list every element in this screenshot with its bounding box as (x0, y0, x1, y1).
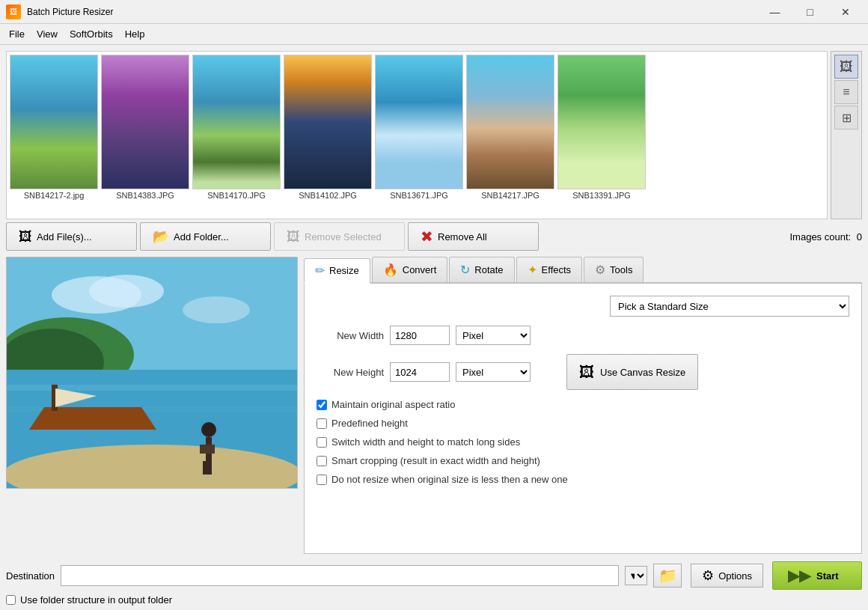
list-item[interactable]: SNB14102.JPG (284, 55, 372, 216)
svg-marker-10 (29, 407, 156, 430)
standard-size-row: Pick a Standard Size (317, 296, 849, 317)
list-item[interactable]: SNB13391.JPG (557, 55, 646, 216)
rotate-tab-label: Rotate (474, 264, 503, 275)
titlebar-controls: — □ ✕ (758, 1, 862, 23)
add-folder-button[interactable]: 📂 Add Folder... (140, 222, 271, 251)
remove-selected-icon: 🖼 (287, 229, 300, 245)
thumbnail-image (101, 55, 189, 189)
canvas-resize-button[interactable]: 🖼 Use Canvas Resize (566, 354, 698, 390)
remove-selected-button[interactable]: 🖼 Remove Selected (274, 222, 405, 251)
switch-wh-checkbox[interactable] (317, 437, 327, 448)
destination-input[interactable] (61, 565, 619, 586)
thumbnail-name: SNB14102.JPG (299, 191, 357, 200)
smart-cropping-checkbox[interactable] (317, 456, 327, 466)
width-unit-select[interactable]: Pixel Percent Inch cm (456, 326, 531, 345)
tab-effects[interactable]: ✦ Effects (516, 257, 583, 282)
start-label: Start (816, 570, 839, 582)
menu-softorbits[interactable]: SoftOrbits (64, 25, 119, 43)
list-item[interactable]: SNB14217-2.jpg (10, 55, 98, 216)
thumbnail-image (375, 55, 463, 189)
switch-wh-row: Switch width and height to match long si… (317, 436, 849, 448)
maintain-ratio-label[interactable]: Maintain original aspect ratio (331, 399, 455, 410)
preview-svg (7, 257, 298, 489)
grid-view-button[interactable]: ⊞ (834, 106, 858, 129)
canvas-resize-icon: 🖼 (579, 364, 594, 381)
tools-tab-label: Tools (610, 264, 632, 275)
height-row: New Height Pixel Percent Inch cm 🖼 Use C… (317, 354, 849, 390)
thumbnail-image (192, 55, 281, 189)
predefined-height-label[interactable]: Predefined height (331, 418, 408, 429)
maximize-button[interactable]: □ (793, 1, 827, 23)
folder-structure-checkbox[interactable] (6, 595, 16, 605)
list-item[interactable]: SNB14217.JPG (466, 55, 554, 216)
svg-rect-7 (7, 385, 298, 391)
list-item[interactable]: SNB14383.JPG (101, 55, 189, 216)
remove-selected-label: Remove Selected (305, 231, 382, 243)
svg-point-2 (89, 275, 164, 308)
height-unit-select[interactable]: Pixel Percent Inch cm (456, 362, 531, 382)
thumbnail-name: SNB14217-2.jpg (24, 191, 85, 200)
thumbnail-view-button[interactable]: 🖼 (834, 55, 858, 79)
resize-tab-content: Pick a Standard Size New Width Pixel Per… (304, 284, 862, 554)
svg-point-13 (201, 422, 216, 437)
thumbnail-name: SNB14217.JPG (481, 191, 540, 200)
menu-help[interactable]: Help (119, 25, 151, 43)
svg-rect-17 (207, 461, 212, 475)
no-resize-checkbox[interactable] (317, 475, 327, 485)
smart-cropping-row: Smart cropping (result in exact width an… (317, 455, 849, 466)
list-item[interactable]: SNB13671.JPG (375, 55, 463, 216)
rotate-tab-icon: ↻ (460, 263, 470, 277)
tabs-header: ✏ Resize 🔥 Convert ↻ Rotate ✦ Effects ⚙ (304, 257, 862, 284)
tab-tools[interactable]: ⚙ Tools (584, 257, 644, 282)
width-label: New Width (317, 330, 384, 341)
effects-tab-icon: ✦ (528, 263, 537, 277)
remove-all-icon: ✖ (421, 228, 433, 245)
standard-size-select[interactable]: Pick a Standard Size (610, 296, 849, 317)
switch-wh-label[interactable]: Switch width and height to match long si… (331, 436, 520, 448)
browse-icon: 📁 (658, 567, 677, 585)
options-label: Options (718, 570, 752, 582)
no-resize-label[interactable]: Do not resize when original size is less… (331, 474, 568, 485)
browse-destination-button[interactable]: 📁 (653, 564, 682, 588)
titlebar: 🖼 Batch Picture Resizer — □ ✕ (0, 0, 868, 24)
tab-resize[interactable]: ✏ Resize (304, 258, 370, 284)
maintain-ratio-checkbox[interactable] (317, 400, 327, 410)
predefined-height-row: Predefined height (317, 418, 849, 429)
minimize-button[interactable]: — (758, 1, 792, 23)
thumbnail-name: SNB13671.JPG (390, 191, 448, 200)
destination-dropdown[interactable]: ▼ (625, 566, 647, 585)
folder-structure-label[interactable]: Use folder structure in output folder (20, 594, 172, 606)
thumbnail-name: SNB14383.JPG (116, 191, 174, 200)
list-item[interactable]: SNB14170.JPG (192, 55, 281, 216)
maintain-ratio-row: Maintain original aspect ratio (317, 399, 849, 410)
width-row: New Width Pixel Percent Inch cm (317, 326, 849, 345)
preview-panel (6, 257, 298, 489)
remove-all-button[interactable]: ✖ Remove All (408, 222, 539, 251)
width-input[interactable] (390, 326, 450, 345)
bottom-bar: Destination ▼ 📁 ⚙ Options ▶▶ Start Use f… (0, 557, 868, 610)
destination-row: Destination ▼ 📁 ⚙ Options ▶▶ Start (6, 561, 862, 590)
no-resize-row: Do not resize when original size is less… (317, 474, 849, 485)
height-input[interactable] (390, 362, 450, 382)
tab-convert[interactable]: 🔥 Convert (372, 257, 448, 282)
image-strip: SNB14217-2.jpg SNB14383.JPG SNB14170.JPG… (6, 51, 828, 219)
thumbnail-image (557, 55, 646, 189)
svg-rect-15 (200, 445, 215, 454)
tab-rotate[interactable]: ↻ Rotate (449, 257, 514, 282)
height-label: New Height (317, 367, 384, 378)
predefined-height-checkbox[interactable] (317, 418, 327, 429)
svg-point-3 (183, 296, 250, 323)
menu-file[interactable]: File (3, 25, 31, 43)
gear-icon: ⚙ (702, 567, 714, 584)
smart-cropping-label[interactable]: Smart cropping (result in exact width an… (331, 455, 540, 466)
destination-label: Destination (6, 570, 55, 582)
menu-view[interactable]: View (31, 25, 64, 43)
add-files-button[interactable]: 🖼 Add File(s)... (6, 222, 137, 251)
options-button[interactable]: ⚙ Options (691, 564, 763, 588)
list-view-button[interactable]: ≡ (834, 80, 858, 104)
start-button[interactable]: ▶▶ Start (772, 561, 862, 590)
thumbnail-image (284, 55, 372, 189)
close-button[interactable]: ✕ (828, 1, 862, 23)
menubar: File View SoftOrbits Help (0, 24, 868, 45)
app-title: Batch Picture Resizer (27, 7, 758, 17)
